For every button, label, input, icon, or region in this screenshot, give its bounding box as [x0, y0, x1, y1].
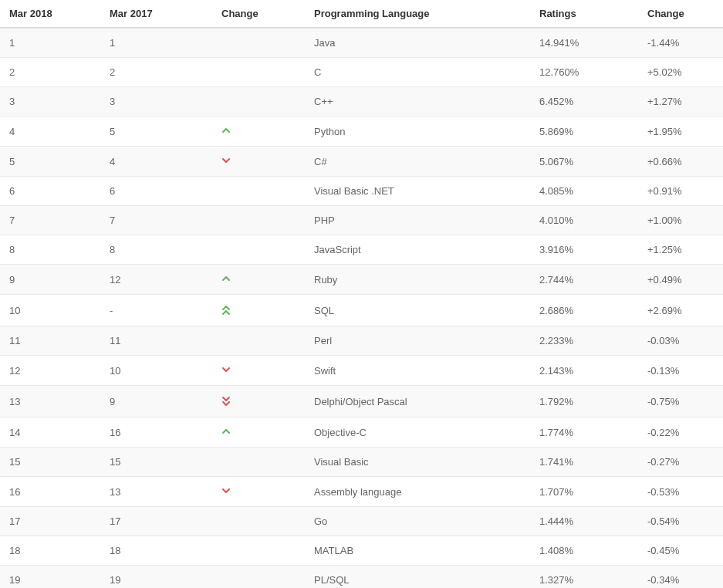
cell-mar2018: 11 — [0, 326, 100, 356]
cell-change: -0.34% — [638, 566, 723, 588]
double-chevron-down-icon — [221, 394, 231, 408]
cell-mar2017: 5 — [100, 117, 212, 147]
cell-mar2018: 6 — [0, 177, 100, 206]
table-row: 22C12.760%+5.02% — [0, 58, 723, 87]
cell-mar2017: 3 — [100, 87, 212, 117]
cell-mar2017: 17 — [100, 507, 212, 536]
cell-change: -0.53% — [638, 477, 723, 507]
cell-mar2018: 3 — [0, 87, 100, 117]
table-row: 1210Swift2.143%-0.13% — [0, 356, 723, 386]
cell-ratings: 2.686% — [530, 295, 638, 326]
cell-trend — [212, 117, 305, 147]
cell-mar2017: - — [100, 295, 212, 326]
cell-change: -0.13% — [638, 356, 723, 386]
cell-trend — [212, 87, 305, 117]
header-mar2018: Mar 2018 — [0, 0, 100, 28]
chevron-down-icon — [221, 156, 231, 167]
cell-mar2017: 4 — [100, 147, 212, 177]
cell-language: MATLAB — [305, 536, 530, 566]
cell-trend — [212, 206, 305, 235]
cell-mar2018: 16 — [0, 477, 100, 507]
cell-language: Visual Basic — [305, 448, 530, 477]
cell-change: -0.45% — [638, 536, 723, 566]
cell-language: Objective-C — [305, 417, 530, 448]
table-row: 1717Go1.444%-0.54% — [0, 507, 723, 536]
table-row: 1515Visual Basic1.741%-0.27% — [0, 448, 723, 477]
cell-mar2017: 6 — [100, 177, 212, 206]
cell-ratings: 12.760% — [530, 58, 638, 87]
cell-change: +1.25% — [638, 235, 723, 265]
chevron-up-icon — [221, 274, 231, 286]
cell-language: SQL — [305, 295, 530, 326]
cell-ratings: 3.916% — [530, 235, 638, 265]
cell-trend — [212, 386, 305, 417]
cell-change: -0.54% — [638, 507, 723, 536]
cell-language: PHP — [305, 206, 530, 235]
cell-mar2017: 9 — [100, 386, 212, 417]
table-row: 1818MATLAB1.408%-0.45% — [0, 536, 723, 566]
cell-ratings: 1.327% — [530, 566, 638, 588]
table-row: 1613Assembly language1.707%-0.53% — [0, 477, 723, 507]
cell-language: C++ — [305, 87, 530, 117]
cell-ratings: 1.741% — [530, 448, 638, 477]
cell-trend — [212, 147, 305, 177]
cell-mar2018: 1 — [0, 28, 100, 58]
cell-mar2018: 2 — [0, 58, 100, 87]
cell-mar2018: 7 — [0, 206, 100, 235]
cell-mar2017: 19 — [100, 566, 212, 588]
chevron-up-icon — [221, 126, 231, 137]
cell-trend — [212, 177, 305, 206]
cell-mar2018: 14 — [0, 417, 100, 448]
double-chevron-up-icon — [221, 303, 231, 317]
cell-change: -1.44% — [638, 28, 723, 58]
cell-trend — [212, 326, 305, 356]
cell-language: Assembly language — [305, 477, 530, 507]
header-change-icon: Change — [212, 0, 305, 28]
cell-change: +0.91% — [638, 177, 723, 206]
cell-language: C — [305, 58, 530, 87]
cell-ratings: 2.143% — [530, 356, 638, 386]
table-row: 11Java14.941%-1.44% — [0, 28, 723, 58]
cell-mar2017: 8 — [100, 235, 212, 265]
cell-language: Java — [305, 28, 530, 58]
cell-mar2018: 4 — [0, 117, 100, 147]
cell-change: -0.27% — [638, 448, 723, 477]
cell-change: +0.66% — [638, 147, 723, 177]
rankings-table: Mar 2018 Mar 2017 Change Programming Lan… — [0, 0, 723, 588]
header-language: Programming Language — [305, 0, 530, 28]
cell-mar2017: 12 — [100, 265, 212, 295]
cell-mar2018: 10 — [0, 295, 100, 326]
cell-mar2017: 15 — [100, 448, 212, 477]
cell-ratings: 4.085% — [530, 177, 638, 206]
cell-trend — [212, 28, 305, 58]
cell-language: PL/SQL — [305, 566, 530, 588]
table-row: 139Delphi/Object Pascal1.792%-0.75% — [0, 386, 723, 417]
cell-language: Perl — [305, 326, 530, 356]
table-row: 1919PL/SQL1.327%-0.34% — [0, 566, 723, 588]
cell-language: JavaScript — [305, 235, 530, 265]
table-row: 912Ruby2.744%+0.49% — [0, 265, 723, 295]
cell-change: +1.00% — [638, 206, 723, 235]
header-mar2017: Mar 2017 — [100, 0, 212, 28]
cell-mar2017: 2 — [100, 58, 212, 87]
table-row: 77PHP4.010%+1.00% — [0, 206, 723, 235]
cell-mar2017: 10 — [100, 356, 212, 386]
cell-mar2018: 9 — [0, 265, 100, 295]
cell-mar2018: 13 — [0, 386, 100, 417]
cell-ratings: 5.067% — [530, 147, 638, 177]
cell-language: Visual Basic .NET — [305, 177, 530, 206]
cell-language: Go — [305, 507, 530, 536]
cell-language: C# — [305, 147, 530, 177]
cell-change: +1.27% — [638, 87, 723, 117]
cell-ratings: 5.869% — [530, 117, 638, 147]
cell-ratings: 1.408% — [530, 536, 638, 566]
cell-change: +5.02% — [638, 58, 723, 87]
cell-trend — [212, 265, 305, 295]
cell-mar2017: 1 — [100, 28, 212, 58]
cell-ratings: 1.774% — [530, 417, 638, 448]
cell-language: Delphi/Object Pascal — [305, 386, 530, 417]
cell-change: -0.75% — [638, 386, 723, 417]
cell-ratings: 1.707% — [530, 477, 638, 507]
chevron-up-icon — [221, 427, 231, 438]
table-row: 66Visual Basic .NET4.085%+0.91% — [0, 177, 723, 206]
